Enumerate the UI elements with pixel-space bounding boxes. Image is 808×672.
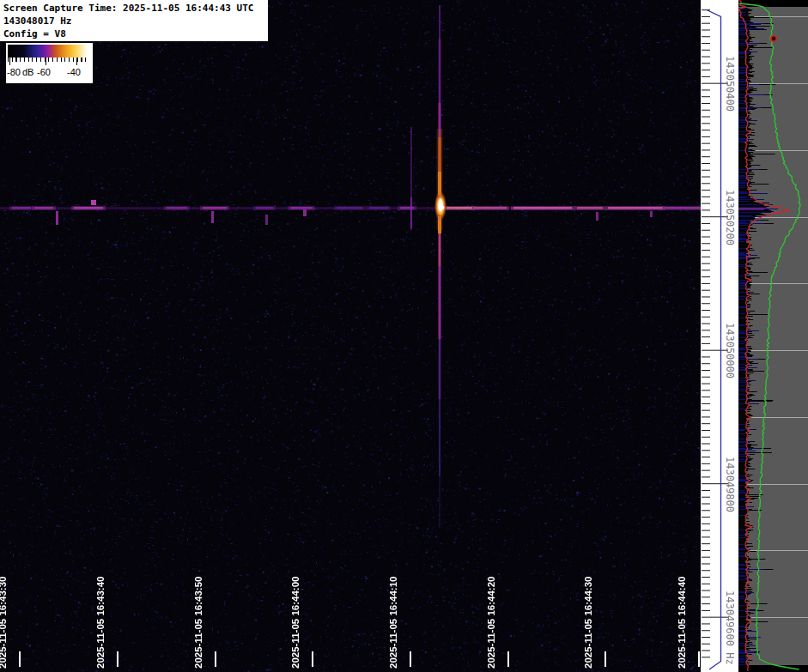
time-tick: [507, 651, 509, 667]
time-label: 2025-11-05 16:44:20: [486, 577, 496, 669]
config-text: Config = V8: [3, 27, 268, 40]
color-scale-label: dB: [22, 67, 33, 77]
waterfall-area: 2025-11-05 16:43:302025-11-05 16:43:4020…: [0, 0, 701, 672]
time-tick: [19, 651, 21, 667]
frequency-label: 143050200: [724, 190, 736, 245]
frequency-label: 143049600 Hz: [724, 590, 736, 665]
color-scale-major-tick: [46, 58, 46, 65]
color-scale-label: -40: [67, 67, 81, 77]
color-scale-major-tick: [76, 58, 77, 65]
time-label: 2025-11-05 16:44:30: [583, 577, 593, 669]
time-label: 2025-11-05 16:44:10: [388, 577, 398, 669]
waterfall-spectrogram: [0, 0, 701, 672]
color-scale-panel: -80dB-60-40: [6, 43, 93, 83]
spectrum-graph-panel: [738, 0, 808, 672]
time-tick: [215, 651, 216, 667]
frequency-label: 143050000: [724, 323, 736, 378]
time-tick: [604, 651, 606, 667]
time-label: 2025-11-05 16:43:30: [0, 577, 8, 669]
time-label: 2025-11-05 16:44:00: [290, 577, 301, 669]
time-tick: [117, 651, 118, 667]
capture-time-text: Screen Capture Time: 2025-11-05 16:44:43…: [3, 2, 268, 15]
spectrum-marker-dot: [771, 36, 776, 41]
color-scale-label: -80: [7, 67, 21, 77]
frequency-label: 143050400: [724, 56, 736, 112]
time-tick: [312, 651, 313, 667]
time-label: 2025-11-05 16:43:50: [193, 577, 204, 669]
spectrum-lab-window: 2025-11-05 16:43:302025-11-05 16:43:4020…: [0, 0, 808, 672]
frequency-label: 143049800: [724, 457, 736, 512]
color-scale-gradient: [8, 45, 89, 58]
time-label: 2025-11-05 16:43:40: [95, 577, 106, 669]
time-tick: [698, 651, 700, 667]
color-scale-label: -60: [37, 67, 51, 77]
time-label: 2025-11-05 16:44:40: [677, 577, 687, 669]
color-scale-major-tick: [9, 58, 10, 65]
time-tick: [410, 651, 411, 667]
frequency-text: 143048017 Hz: [3, 15, 268, 27]
capture-info-panel: Screen Capture Time: 2025-11-05 16:44:43…: [0, 0, 268, 41]
